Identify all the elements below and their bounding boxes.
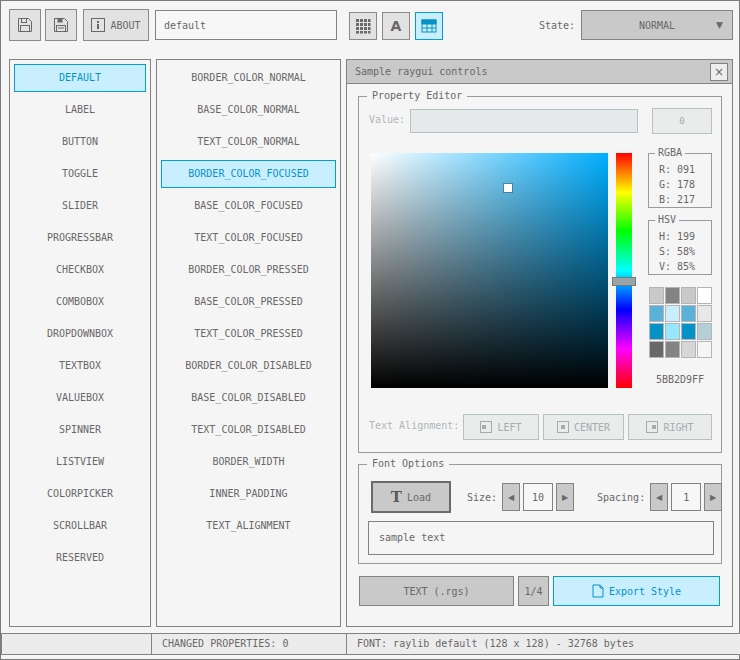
about-label: ABOUT xyxy=(110,20,140,31)
toolbar: ABOUT A xyxy=(1,1,739,51)
palette-swatch[interactable] xyxy=(665,341,680,358)
text-glyph-icon: T xyxy=(391,488,402,506)
palette-swatch[interactable] xyxy=(649,323,664,340)
properties-list-item[interactable]: TEXT_COLOR_NORMAL xyxy=(161,128,336,156)
properties-list-item[interactable]: BASE_COLOR_DISABLED xyxy=(161,384,336,412)
controls-list-item[interactable]: COLORPICKER xyxy=(14,480,146,508)
saturation-value-picker[interactable] xyxy=(371,153,608,388)
font-spacing-label: Spacing: xyxy=(597,492,645,503)
style-table-icon xyxy=(421,18,437,34)
palette-swatch[interactable] xyxy=(697,287,712,304)
properties-list-item[interactable]: TEXT_ALIGNMENT xyxy=(161,512,336,540)
palette-swatch[interactable] xyxy=(681,287,696,304)
value-input[interactable] xyxy=(410,109,638,133)
properties-list-item[interactable]: BORDER_COLOR_PRESSED xyxy=(161,256,336,284)
align-right-label: RIGHT xyxy=(663,422,693,433)
hue-slider[interactable] xyxy=(616,153,632,388)
save-style-button[interactable] xyxy=(45,9,77,41)
properties-list-item[interactable]: TEXT_COLOR_FOCUSED xyxy=(161,224,336,252)
controls-list-item[interactable]: COMBOBOX xyxy=(14,288,146,316)
align-right-button[interactable]: RIGHT xyxy=(628,414,712,440)
sample-text-box[interactable]: sample text xyxy=(368,521,714,555)
properties-list-item[interactable]: INNER_PADDING xyxy=(161,480,336,508)
hex-color-value[interactable]: 5BB2D9FF xyxy=(645,374,715,385)
controls-list-item[interactable]: SPINNER xyxy=(14,416,146,444)
controls-list: DEFAULTLABELBUTTONTOGGLESLIDERPROGRESSBA… xyxy=(9,59,151,627)
controls-list-item[interactable]: TEXTBOX xyxy=(14,352,146,380)
style-name-input[interactable] xyxy=(155,10,337,40)
arrow-left-icon: ◀ xyxy=(508,493,514,502)
color-picker-cursor[interactable] xyxy=(504,184,512,192)
properties-list-item[interactable]: BASE_COLOR_PRESSED xyxy=(161,288,336,316)
palette-swatch[interactable] xyxy=(681,305,696,322)
palette-swatch[interactable] xyxy=(649,305,664,322)
controls-list-item[interactable]: LISTVIEW xyxy=(14,448,146,476)
open-file-icon xyxy=(17,17,33,33)
controls-list-item[interactable]: SCROLLBAR xyxy=(14,512,146,540)
controls-list-item[interactable]: SLIDER xyxy=(14,192,146,220)
palette-swatch[interactable] xyxy=(697,341,712,358)
rgba-g-value: G: 178 xyxy=(659,177,711,192)
properties-list-item[interactable]: TEXT_COLOR_DISABLED xyxy=(161,416,336,444)
export-style-button[interactable]: Export Style xyxy=(553,576,720,606)
state-dropdown[interactable]: NORMAL ▼ xyxy=(581,10,733,40)
palette-swatch[interactable] xyxy=(649,287,664,304)
controls-list-item[interactable]: DEFAULT xyxy=(14,64,146,92)
page-indicator-button[interactable]: 1/4 xyxy=(518,576,549,606)
properties-list-item[interactable]: BASE_COLOR_FOCUSED xyxy=(161,192,336,220)
align-center-label: CENTER xyxy=(574,422,610,433)
spacing-decrease-button[interactable]: ◀ xyxy=(650,483,668,511)
align-center-button[interactable]: CENTER xyxy=(543,414,624,440)
properties-list-item[interactable]: BORDER_WIDTH xyxy=(161,448,336,476)
style-table-button[interactable] xyxy=(415,12,443,40)
properties-list-item[interactable]: BORDER_COLOR_DISABLED xyxy=(161,352,336,380)
value-apply-button[interactable]: 0 xyxy=(652,108,712,134)
font-spacing-value[interactable]: 1 xyxy=(671,483,701,511)
palette-swatch[interactable] xyxy=(665,305,680,322)
hsv-s-value: S: 58% xyxy=(659,244,711,259)
properties-list-item[interactable]: BORDER_COLOR_FOCUSED xyxy=(161,160,336,188)
size-increase-button[interactable]: ▶ xyxy=(556,483,574,511)
sample-window-titlebar[interactable]: Sample raygui controls xyxy=(347,60,732,84)
properties-list-item[interactable]: TEXT_COLOR_PRESSED xyxy=(161,320,336,348)
arrow-right-icon: ▶ xyxy=(562,493,568,502)
controls-list-item[interactable]: DROPDOWNBOX xyxy=(14,320,146,348)
about-button[interactable]: ABOUT xyxy=(83,9,149,41)
open-style-button[interactable] xyxy=(9,9,41,41)
controls-list-item[interactable]: PROGRESSBAR xyxy=(14,224,146,252)
rgba-box: RGBA R: 091 G: 178 B: 217 xyxy=(648,153,712,208)
font-spacing-value-text: 1 xyxy=(683,492,689,503)
info-icon xyxy=(91,18,105,32)
controls-list-item[interactable]: VALUEBOX xyxy=(14,384,146,412)
palette-swatch[interactable] xyxy=(665,323,680,340)
palette-swatch[interactable] xyxy=(681,323,696,340)
controls-list-item[interactable]: CHECKBOX xyxy=(14,256,146,284)
controls-list-item[interactable]: BUTTON xyxy=(14,128,146,156)
font-size-value[interactable]: 10 xyxy=(523,483,553,511)
hue-slider-handle[interactable] xyxy=(612,277,636,286)
properties-list-item[interactable]: BASE_COLOR_NORMAL xyxy=(161,96,336,124)
palette-swatch[interactable] xyxy=(649,341,664,358)
font-load-button[interactable]: T Load xyxy=(371,481,451,513)
font-view-button[interactable]: A xyxy=(382,12,410,40)
properties-list-item[interactable]: BORDER_COLOR_NORMAL xyxy=(161,64,336,92)
properties-list: BORDER_COLOR_NORMALBASE_COLOR_NORMALTEXT… xyxy=(156,59,341,627)
state-dropdown-value: NORMAL xyxy=(639,20,675,31)
changed-properties-text: CHANGED PROPERTIES: 0 xyxy=(162,638,288,649)
align-left-button[interactable]: LEFT xyxy=(463,414,539,440)
color-samples-palette xyxy=(649,287,712,358)
size-decrease-button[interactable]: ◀ xyxy=(502,483,520,511)
palette-swatch[interactable] xyxy=(665,287,680,304)
palette-swatch[interactable] xyxy=(697,323,712,340)
controls-list-item[interactable]: LABEL xyxy=(14,96,146,124)
export-format-button[interactable]: TEXT (.rgs) xyxy=(359,576,514,606)
grid-view-button[interactable] xyxy=(349,12,377,40)
controls-list-item[interactable]: TOGGLE xyxy=(14,160,146,188)
palette-swatch[interactable] xyxy=(681,341,696,358)
close-window-button[interactable]: × xyxy=(710,63,728,81)
controls-list-item[interactable]: RESERVED xyxy=(14,544,146,572)
spacing-increase-button[interactable]: ▶ xyxy=(704,483,722,511)
palette-swatch[interactable] xyxy=(697,305,712,322)
property-editor-group: Property Editor Value: 0 RGBA R: 091 G: … xyxy=(358,96,722,453)
align-right-icon xyxy=(646,421,658,433)
